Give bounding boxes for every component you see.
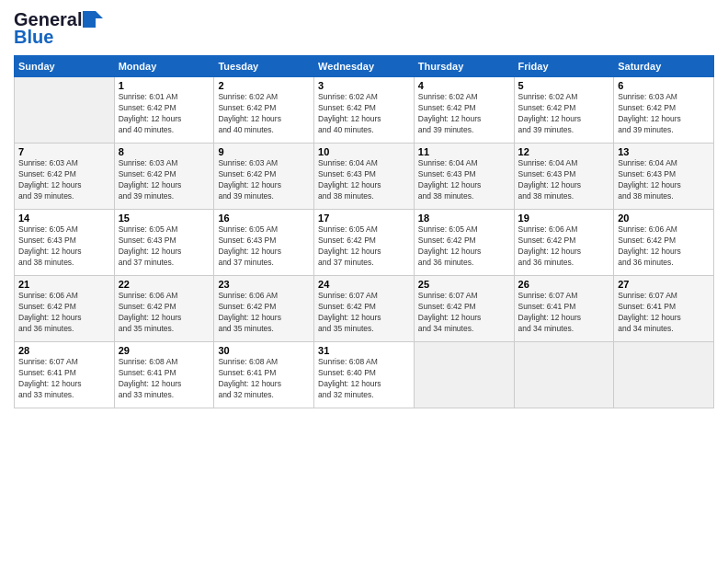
day-number: 30 <box>218 345 310 356</box>
calendar-cell: 19Sunrise: 6:06 AM Sunset: 6:42 PM Dayli… <box>514 210 614 276</box>
col-header-saturday: Saturday <box>614 56 714 77</box>
day-number: 3 <box>318 80 410 91</box>
day-info: Sunrise: 6:06 AM Sunset: 6:42 PM Dayligh… <box>518 224 610 269</box>
day-number: 24 <box>318 279 410 290</box>
calendar-cell: 26Sunrise: 6:07 AM Sunset: 6:41 PM Dayli… <box>514 276 614 342</box>
calendar-cell: 23Sunrise: 6:06 AM Sunset: 6:42 PM Dayli… <box>214 276 314 342</box>
day-info: Sunrise: 6:07 AM Sunset: 6:42 PM Dayligh… <box>318 291 410 335</box>
col-header-wednesday: Wednesday <box>314 56 415 77</box>
day-info: Sunrise: 6:02 AM Sunset: 6:42 PM Dayligh… <box>418 92 510 136</box>
day-number: 8 <box>119 146 210 157</box>
calendar-cell <box>614 342 714 408</box>
day-number: 20 <box>618 213 710 224</box>
week-row-5: 28Sunrise: 6:07 AM Sunset: 6:41 PM Dayli… <box>15 342 714 408</box>
calendar-cell: 20Sunrise: 6:06 AM Sunset: 6:42 PM Dayli… <box>614 210 714 276</box>
day-info: Sunrise: 6:03 AM Sunset: 6:42 PM Dayligh… <box>618 92 710 136</box>
day-number: 22 <box>119 279 210 290</box>
day-number: 12 <box>518 146 610 157</box>
calendar-cell: 7Sunrise: 6:03 AM Sunset: 6:42 PM Daylig… <box>15 144 115 210</box>
day-info: Sunrise: 6:04 AM Sunset: 6:43 PM Dayligh… <box>518 158 610 202</box>
logo: General Blue <box>14 9 103 48</box>
day-number: 10 <box>318 146 410 157</box>
day-info: Sunrise: 6:02 AM Sunset: 6:42 PM Dayligh… <box>318 92 410 136</box>
day-info: Sunrise: 6:01 AM Sunset: 6:42 PM Dayligh… <box>119 92 210 136</box>
day-info: Sunrise: 6:04 AM Sunset: 6:43 PM Dayligh… <box>618 158 710 202</box>
calendar-cell: 27Sunrise: 6:07 AM Sunset: 6:41 PM Dayli… <box>614 276 714 342</box>
calendar-cell: 30Sunrise: 6:08 AM Sunset: 6:41 PM Dayli… <box>214 342 314 408</box>
logo-blue: Blue <box>14 27 53 48</box>
calendar-cell: 17Sunrise: 6:05 AM Sunset: 6:42 PM Dayli… <box>314 210 415 276</box>
day-info: Sunrise: 6:04 AM Sunset: 6:43 PM Dayligh… <box>318 158 410 202</box>
day-number: 18 <box>418 213 510 224</box>
day-info: Sunrise: 6:06 AM Sunset: 6:42 PM Dayligh… <box>119 291 210 335</box>
calendar-cell <box>514 342 614 408</box>
calendar-cell: 25Sunrise: 6:07 AM Sunset: 6:42 PM Dayli… <box>414 276 514 342</box>
col-header-monday: Monday <box>114 56 214 77</box>
calendar-cell: 21Sunrise: 6:06 AM Sunset: 6:42 PM Dayli… <box>15 276 115 342</box>
day-info: Sunrise: 6:06 AM Sunset: 6:42 PM Dayligh… <box>18 291 110 335</box>
calendar-cell: 8Sunrise: 6:03 AM Sunset: 6:42 PM Daylig… <box>114 144 214 210</box>
calendar-cell: 12Sunrise: 6:04 AM Sunset: 6:43 PM Dayli… <box>514 144 614 210</box>
calendar-cell: 24Sunrise: 6:07 AM Sunset: 6:42 PM Dayli… <box>314 276 415 342</box>
week-row-3: 14Sunrise: 6:05 AM Sunset: 6:43 PM Dayli… <box>15 210 714 276</box>
day-info: Sunrise: 6:03 AM Sunset: 6:42 PM Dayligh… <box>18 158 110 202</box>
calendar-cell: 4Sunrise: 6:02 AM Sunset: 6:42 PM Daylig… <box>414 77 514 144</box>
calendar-cell: 15Sunrise: 6:05 AM Sunset: 6:43 PM Dayli… <box>114 210 214 276</box>
day-info: Sunrise: 6:05 AM Sunset: 6:43 PM Dayligh… <box>218 224 310 269</box>
day-info: Sunrise: 6:07 AM Sunset: 6:41 PM Dayligh… <box>618 291 710 335</box>
calendar-cell: 1Sunrise: 6:01 AM Sunset: 6:42 PM Daylig… <box>114 77 214 144</box>
day-info: Sunrise: 6:08 AM Sunset: 6:41 PM Dayligh… <box>119 357 210 401</box>
col-header-tuesday: Tuesday <box>214 56 314 77</box>
day-number: 31 <box>318 345 410 356</box>
calendar-cell <box>15 77 115 144</box>
day-number: 17 <box>318 213 410 224</box>
week-row-4: 21Sunrise: 6:06 AM Sunset: 6:42 PM Dayli… <box>15 276 714 342</box>
week-row-2: 7Sunrise: 6:03 AM Sunset: 6:42 PM Daylig… <box>15 144 714 210</box>
day-info: Sunrise: 6:05 AM Sunset: 6:43 PM Dayligh… <box>18 224 110 269</box>
day-number: 15 <box>119 213 210 224</box>
day-info: Sunrise: 6:05 AM Sunset: 6:43 PM Dayligh… <box>119 224 210 269</box>
calendar-cell: 28Sunrise: 6:07 AM Sunset: 6:41 PM Dayli… <box>15 342 115 408</box>
day-info: Sunrise: 6:03 AM Sunset: 6:42 PM Dayligh… <box>218 158 310 202</box>
day-info: Sunrise: 6:02 AM Sunset: 6:42 PM Dayligh… <box>218 92 310 136</box>
calendar-cell: 14Sunrise: 6:05 AM Sunset: 6:43 PM Dayli… <box>15 210 115 276</box>
day-number: 13 <box>618 146 710 157</box>
calendar-cell: 2Sunrise: 6:02 AM Sunset: 6:42 PM Daylig… <box>214 77 314 144</box>
day-number: 25 <box>418 279 510 290</box>
day-number: 21 <box>18 279 110 290</box>
day-info: Sunrise: 6:07 AM Sunset: 6:41 PM Dayligh… <box>518 291 610 335</box>
day-number: 7 <box>18 146 110 157</box>
calendar-cell: 29Sunrise: 6:08 AM Sunset: 6:41 PM Dayli… <box>114 342 214 408</box>
day-number: 29 <box>119 345 210 356</box>
page-header: General Blue <box>14 9 714 48</box>
day-number: 1 <box>119 80 210 91</box>
day-info: Sunrise: 6:05 AM Sunset: 6:42 PM Dayligh… <box>318 224 410 269</box>
day-number: 9 <box>218 146 310 157</box>
calendar-cell <box>414 342 514 408</box>
day-info: Sunrise: 6:05 AM Sunset: 6:42 PM Dayligh… <box>418 224 510 269</box>
day-info: Sunrise: 6:08 AM Sunset: 6:40 PM Dayligh… <box>318 357 410 401</box>
calendar-cell: 3Sunrise: 6:02 AM Sunset: 6:42 PM Daylig… <box>314 77 415 144</box>
day-number: 14 <box>18 213 110 224</box>
calendar-cell: 9Sunrise: 6:03 AM Sunset: 6:42 PM Daylig… <box>214 144 314 210</box>
day-info: Sunrise: 6:04 AM Sunset: 6:43 PM Dayligh… <box>418 158 510 202</box>
calendar-cell: 22Sunrise: 6:06 AM Sunset: 6:42 PM Dayli… <box>114 276 214 342</box>
day-number: 19 <box>518 213 610 224</box>
day-number: 4 <box>418 80 510 91</box>
day-number: 23 <box>218 279 310 290</box>
day-info: Sunrise: 6:02 AM Sunset: 6:42 PM Dayligh… <box>518 92 610 136</box>
day-info: Sunrise: 6:03 AM Sunset: 6:42 PM Dayligh… <box>119 158 210 202</box>
day-number: 6 <box>618 80 710 91</box>
col-header-friday: Friday <box>514 56 614 77</box>
day-number: 2 <box>218 80 310 91</box>
day-info: Sunrise: 6:06 AM Sunset: 6:42 PM Dayligh… <box>618 224 710 269</box>
calendar-cell: 18Sunrise: 6:05 AM Sunset: 6:42 PM Dayli… <box>414 210 514 276</box>
calendar-cell: 10Sunrise: 6:04 AM Sunset: 6:43 PM Dayli… <box>314 144 415 210</box>
calendar-header-row: SundayMondayTuesdayWednesdayThursdayFrid… <box>15 56 714 77</box>
day-number: 11 <box>418 146 510 157</box>
day-number: 26 <box>518 279 610 290</box>
calendar-table: SundayMondayTuesdayWednesdayThursdayFrid… <box>14 55 714 408</box>
calendar-cell: 11Sunrise: 6:04 AM Sunset: 6:43 PM Dayli… <box>414 144 514 210</box>
day-number: 28 <box>18 345 110 356</box>
day-info: Sunrise: 6:08 AM Sunset: 6:41 PM Dayligh… <box>218 357 310 401</box>
